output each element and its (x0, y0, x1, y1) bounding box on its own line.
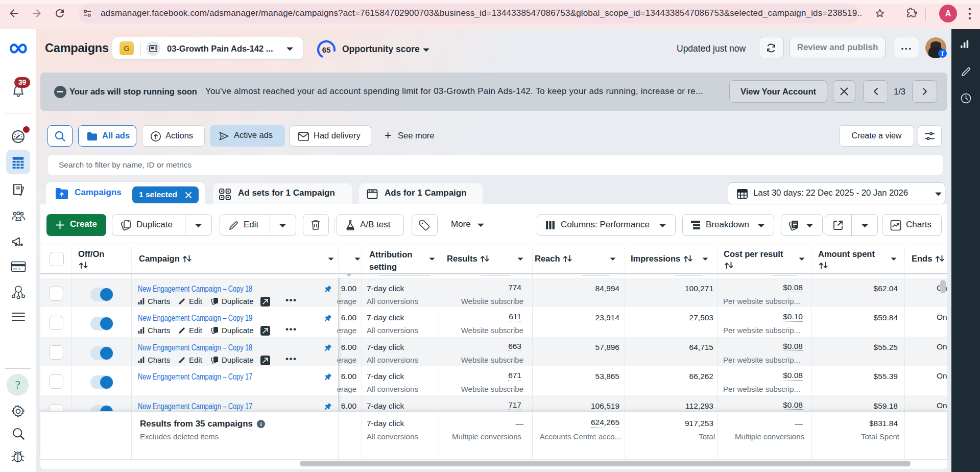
svg-text:65: 65 (322, 45, 331, 54)
